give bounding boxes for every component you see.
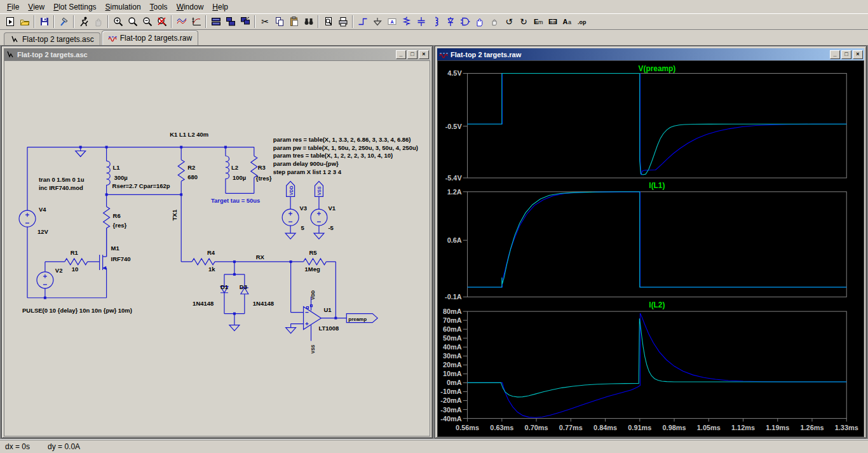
tab-bar: Flat-top 2 targets.asc Flat-top 2 target… [0, 30, 868, 45]
y-tick-label: -30mA [440, 406, 461, 414]
component-V4[interactable] [19, 210, 36, 227]
tile-horizontal-button[interactable] [208, 15, 223, 29]
trace-cyan [468, 73, 847, 175]
print-button[interactable] [336, 15, 350, 29]
open-file-button[interactable] [17, 15, 32, 29]
component-D3[interactable] [241, 274, 248, 314]
zoom-out-button[interactable] [140, 15, 154, 29]
menu-item-help[interactable]: Help [208, 1, 233, 13]
y-tick-label: -5.4V [445, 174, 463, 182]
component-D1[interactable] [220, 274, 228, 314]
rotate-button[interactable]: Em [531, 15, 545, 29]
menu-item-view[interactable]: View [24, 1, 49, 13]
minimize-icon[interactable]: _ [830, 50, 840, 59]
mirror-button[interactable]: EE [545, 15, 560, 29]
status-bar: dx = 0s dy = 0.0A [0, 439, 868, 453]
waveform-window-titlebar[interactable]: Flat-top 2 targets.raw _ □ × [437, 48, 864, 60]
minimize-icon[interactable]: _ [396, 50, 406, 59]
run-simulation-button[interactable] [76, 15, 91, 29]
new-schematic-button[interactable] [3, 15, 17, 29]
component-M1[interactable] [100, 228, 107, 298]
place-inductor-button[interactable] [428, 15, 443, 29]
schematic-text: {res} [113, 222, 127, 229]
close-icon[interactable]: × [853, 50, 863, 59]
draw-wire-button[interactable] [355, 15, 370, 29]
place-text-button[interactable]: Aa [560, 15, 574, 29]
schematic-text: 5 [301, 224, 304, 231]
component-R2[interactable] [178, 159, 184, 181]
toolbar-separator [34, 15, 35, 28]
halt-simulation-button[interactable] [91, 15, 105, 29]
component-R6[interactable] [104, 206, 110, 228]
autorange-y-axis-button[interactable] [174, 15, 189, 29]
tab-schematic[interactable]: Flat-top 2 targets.asc [4, 32, 100, 45]
plot-settings-button[interactable] [189, 15, 203, 29]
waveform-viewer[interactable]: V(preamp)4.5V-0.5V-5.4VI(L1)1.2A0.6A-0.1… [437, 60, 864, 437]
spice-directive-button[interactable]: .op [574, 15, 589, 29]
zoom-full-extents-button[interactable] [154, 15, 169, 29]
place-resistor-button[interactable] [399, 15, 414, 29]
menu-item-simulation[interactable]: Simulation [101, 1, 146, 13]
menu-item-file[interactable]: File [3, 1, 24, 13]
x-tick-label: 1.05ms [697, 424, 721, 431]
maximize-icon[interactable]: □ [841, 50, 851, 59]
control-panel-button[interactable] [57, 15, 71, 29]
redo-button[interactable]: ↻ [516, 15, 531, 29]
find-button[interactable] [301, 15, 316, 29]
component-V2[interactable] [37, 272, 53, 288]
component-R1[interactable] [65, 259, 88, 265]
schematic-canvas[interactable]: K1 L1 L2 40mtran 0 1.5m 0 1uinc IRF740.m… [4, 60, 430, 436]
save-button[interactable] [37, 15, 51, 29]
cut-button[interactable]: ✂ [257, 15, 272, 29]
svg-text:m: m [538, 19, 543, 25]
component-L2[interactable] [226, 156, 229, 179]
print-icon [337, 16, 349, 27]
zoom-full-extents-icon [156, 16, 168, 27]
trace-cyan [468, 318, 847, 397]
place-diode-button[interactable] [443, 15, 458, 29]
move-button[interactable] [472, 15, 487, 29]
schematic-text: param delay 900u-{pw} [273, 160, 339, 167]
menu-item-plot-settings[interactable]: Plot Settings [49, 1, 100, 13]
schematic-text: 1N4148 [253, 300, 274, 307]
svg-text:✂: ✂ [261, 17, 269, 27]
waveform-plot: V(preamp)4.5V-0.5V-5.4VI(L1)1.2A0.6A-0.1… [438, 61, 864, 436]
zoom-in-button[interactable] [111, 15, 125, 29]
schematic-text: IRF740 [111, 255, 131, 262]
schematic-text: LT1008 [318, 325, 339, 332]
paste-button[interactable] [287, 15, 301, 29]
close-icon[interactable]: × [419, 50, 429, 59]
component-V1[interactable] [311, 209, 327, 226]
component-R4[interactable] [192, 259, 215, 265]
print-preview-button[interactable] [321, 15, 336, 29]
place-component-button[interactable] [458, 15, 472, 29]
schematic-window-titlebar[interactable]: Flat-top 2 targets.asc _ □ × [4, 48, 430, 60]
schematic-text: L2 [231, 164, 238, 171]
pane-border [468, 192, 847, 297]
cascade-windows-button[interactable] [238, 15, 252, 29]
component-V3[interactable] [282, 209, 299, 226]
paste-icon [288, 16, 300, 27]
zoom-area-button[interactable] [125, 15, 140, 29]
draw-wire-icon [357, 16, 369, 27]
maximize-icon[interactable]: □ [407, 50, 417, 59]
copy-button[interactable] [272, 15, 287, 29]
place-capacitor-button[interactable] [414, 15, 428, 29]
tab-waveform[interactable]: Flat-top 2 targets.raw [102, 30, 198, 45]
schematic-text: param pw = table(X, 1, 50u, 2, 250u, 3, … [273, 144, 418, 151]
label-net-button[interactable]: A [384, 15, 399, 29]
place-ground-button[interactable] [370, 15, 384, 29]
tile-vertical-button[interactable] [223, 15, 238, 29]
save-icon [39, 16, 50, 27]
zoom-in-icon [112, 16, 124, 27]
place-resistor-icon [401, 16, 412, 27]
component-R3[interactable] [251, 156, 257, 177]
drag-button[interactable] [487, 15, 501, 29]
toolbar-separator [254, 15, 255, 28]
component-R5[interactable] [304, 259, 327, 265]
component-L1[interactable] [107, 161, 111, 185]
menu-item-window[interactable]: Window [172, 1, 208, 13]
menu-item-tools[interactable]: Tools [146, 1, 172, 13]
undo-button[interactable]: ↺ [501, 15, 516, 29]
schematic-text: {tres} [256, 175, 272, 182]
